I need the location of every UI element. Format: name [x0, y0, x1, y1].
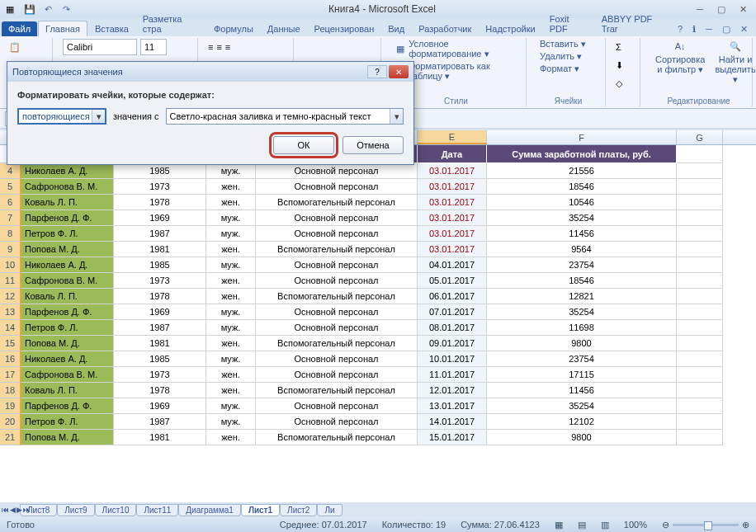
cell[interactable]: Основной персонал [256, 257, 418, 273]
cell[interactable]: 1981 [114, 336, 206, 351]
cell[interactable] [677, 242, 723, 257]
view-break-icon[interactable]: ▥ [601, 520, 609, 530]
col-header[interactable]: E [418, 130, 487, 144]
ribbon-tab-Файл[interactable]: Файл [2, 21, 37, 36]
cell[interactable]: 03.01.2017 [418, 242, 487, 257]
cell[interactable]: жен. [206, 430, 256, 445]
cell[interactable]: 1981 [114, 242, 206, 257]
row-header[interactable]: 15 [0, 336, 21, 351]
cell[interactable]: 1985 [114, 257, 206, 273]
cell[interactable]: 13.01.2017 [418, 398, 487, 414]
cell[interactable]: жен. [206, 367, 256, 383]
cell[interactable]: муж. [206, 257, 256, 273]
cell[interactable] [677, 273, 723, 289]
cell[interactable]: Петров Ф. Л. [21, 414, 114, 430]
sheet-nav-button[interactable]: ⏭ [23, 506, 31, 514]
clear-icon[interactable]: ◇ [616, 78, 622, 89]
conditional-formatting-button[interactable]: ▦Условное форматирование ▾ [391, 38, 521, 60]
ribbon-tab-Разметка стра[interactable]: Разметка стра [136, 12, 206, 36]
cell[interactable]: Николаев А. Д. [21, 257, 114, 273]
sheet-tab[interactable]: Лист2 [280, 504, 317, 516]
row-header[interactable]: 21 [0, 430, 21, 445]
font-name-combo[interactable]: Calibri [63, 39, 137, 55]
cell[interactable]: Основной персонал [256, 351, 418, 367]
cell[interactable]: жен. [206, 195, 256, 210]
cell[interactable]: 11.01.2017 [418, 367, 487, 383]
duplicate-type-combo[interactable]: повторяющиеся▾ [17, 108, 106, 125]
cell[interactable] [677, 398, 723, 414]
insert-cells-button[interactable]: Вставить ▾ [536, 38, 600, 50]
cell[interactable]: 1987 [114, 226, 206, 242]
cell[interactable]: Сафронова В. М. [21, 367, 114, 383]
cell[interactable] [677, 414, 723, 430]
cell[interactable]: 12102 [487, 414, 677, 430]
cell[interactable]: жен. [206, 336, 256, 351]
delete-cells-button[interactable]: Удалить ▾ [536, 50, 600, 63]
cell[interactable]: 35254 [487, 304, 677, 320]
cell[interactable]: 12.01.2017 [418, 383, 487, 398]
dialog-help-button[interactable]: ? [367, 65, 387, 78]
cell[interactable]: 07.01.2017 [418, 304, 487, 320]
cell[interactable]: муж. [206, 226, 256, 242]
cell[interactable] [677, 304, 723, 320]
paste-icon[interactable]: 📋 [8, 40, 21, 54]
cell[interactable]: Вспомогательный персонал [256, 289, 418, 304]
cell[interactable]: 1978 [114, 383, 206, 398]
cell[interactable]: 1973 [114, 179, 206, 195]
cell[interactable] [677, 257, 723, 273]
cell[interactable]: Основной персонал [256, 226, 418, 242]
cell[interactable] [677, 336, 723, 351]
cell[interactable]: 1969 [114, 398, 206, 414]
cell[interactable]: Основной персонал [256, 320, 418, 336]
row-header[interactable]: 13 [0, 304, 21, 320]
cell[interactable]: Вспомогательный персонал [256, 336, 418, 351]
ribbon-ctrl[interactable]: ▢ [719, 22, 734, 36]
cell[interactable]: жен. [206, 273, 256, 289]
cell[interactable]: Сафронова В. М. [21, 179, 114, 195]
find-select-button[interactable]: 🔍Найти и выделить ▾ [710, 38, 756, 87]
sort-filter-button[interactable]: A↓Сортировка и фильтр ▾ [650, 38, 710, 77]
cell[interactable]: 23754 [487, 351, 677, 367]
cell[interactable]: 17115 [487, 367, 677, 383]
row-header[interactable]: 11 [0, 273, 21, 289]
align-icon[interactable]: ≡ [208, 42, 213, 52]
cell[interactable]: 11698 [487, 320, 677, 336]
cell[interactable]: Петров Ф. Л. [21, 320, 114, 336]
cell[interactable]: 15.01.2017 [418, 430, 487, 445]
cell[interactable]: 09.01.2017 [418, 336, 487, 351]
cell[interactable]: 1981 [114, 430, 206, 445]
ribbon-tab-Данные[interactable]: Данные [261, 21, 307, 36]
cell[interactable]: Коваль Л. П. [21, 383, 114, 398]
sheet-tab[interactable]: Лист9 [57, 504, 94, 516]
row-header[interactable]: 16 [0, 351, 21, 367]
cell[interactable]: 1987 [114, 320, 206, 336]
ribbon-tab-ABBYY PDF Trar[interactable]: ABBYY PDF Trar [595, 12, 673, 36]
cell[interactable]: Вспомогательный персонал [256, 242, 418, 257]
ribbon-ctrl[interactable]: ℹ [689, 22, 699, 36]
cell[interactable] [677, 195, 723, 210]
ribbon-tab-Foxit PDF[interactable]: Foxit PDF [543, 12, 594, 36]
cell[interactable]: 10546 [487, 195, 677, 210]
cell[interactable] [677, 367, 723, 383]
cell[interactable]: 03.01.2017 [418, 210, 487, 226]
ribbon-tab-Главная[interactable]: Главная [38, 21, 87, 36]
row-header[interactable]: 12 [0, 289, 21, 304]
cell[interactable]: 9800 [487, 430, 677, 445]
ribbon-ctrl[interactable]: ─ [702, 22, 716, 36]
cell[interactable]: 08.01.2017 [418, 320, 487, 336]
cell[interactable]: Николаев А. Д. [21, 163, 114, 179]
row-header[interactable]: 10 [0, 257, 21, 273]
cell[interactable]: Николаев А. Д. [21, 351, 114, 367]
cell[interactable]: 9800 [487, 336, 677, 351]
ribbon-tab-Надстройки[interactable]: Надстройки [479, 21, 541, 36]
cell[interactable]: Парфенов Д. Ф. [21, 210, 114, 226]
cell[interactable]: Коваль Л. П. [21, 195, 114, 210]
row-header[interactable]: 5 [0, 179, 21, 195]
cell[interactable]: 10.01.2017 [418, 351, 487, 367]
cell[interactable] [677, 210, 723, 226]
ribbon-tab-Вид[interactable]: Вид [381, 21, 411, 36]
cell[interactable]: 35254 [487, 398, 677, 414]
row-header[interactable]: 19 [0, 398, 21, 414]
row-header[interactable]: 6 [0, 195, 21, 210]
ribbon-tab-Формулы[interactable]: Формулы [207, 21, 260, 36]
